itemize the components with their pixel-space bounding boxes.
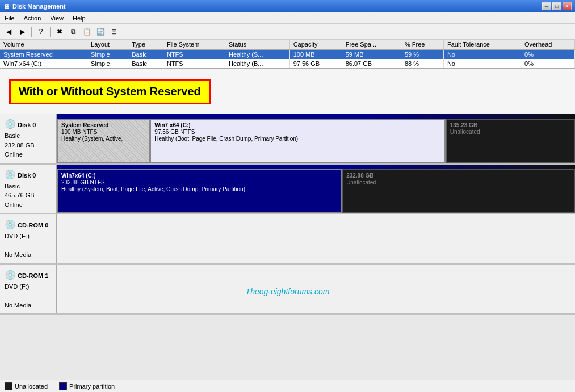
col-percentfree[interactable]: % Free — [401, 40, 443, 49]
menu-bar: File Action View Help — [0, 12, 575, 24]
delete-button[interactable]: ✖ — [53, 26, 66, 38]
cell-volume: Win7 x64 (C:) — [0, 59, 87, 68]
help-button[interactable]: ? — [35, 26, 47, 38]
partition-unallocated-1[interactable]: 232.88 GB Unallocated — [342, 169, 575, 213]
disk-row-0: 💿 Disk 0 Basic 232.88 GB Online System R… — [0, 114, 575, 165]
unallocated-color-swatch — [5, 382, 12, 390]
forward-button[interactable]: ▶ — [16, 26, 28, 38]
cell-filesystem: NTFS — [163, 59, 225, 68]
cell-freespace: 86.07 GB — [342, 59, 401, 68]
cell-status: Healthy (S... — [225, 49, 289, 59]
col-status[interactable]: Status — [225, 40, 289, 49]
cell-filesystem: NTFS — [163, 49, 225, 59]
cell-layout: Simple — [87, 49, 128, 59]
cell-capacity: 100 MB — [289, 49, 342, 59]
close-button[interactable]: ✕ — [563, 2, 572, 10]
cell-volume: System Reserved — [0, 49, 87, 59]
toolbar-separator-1 — [31, 27, 32, 37]
annotation-box: With or Without System Reserved — [9, 79, 211, 104]
disk-label-cdrom0: 💿 CD-ROM 0 DVD (E:) No Media — [0, 214, 57, 263]
title-bar-controls: ─ □ ✕ — [542, 2, 572, 10]
disk-name-cdrom0: CD-ROM 0 — [18, 222, 48, 229]
menu-help[interactable]: Help — [70, 14, 88, 22]
partition-system-reserved[interactable]: System Reserved 100 MB NTFS Healthy (Sys… — [57, 119, 150, 163]
title-bar-left: 🖥 Disk Management — [3, 3, 66, 10]
legend-unallocated: Unallocated — [5, 382, 48, 390]
disk-partitions-0: System Reserved 100 MB NTFS Healthy (Sys… — [57, 114, 575, 163]
paste-button[interactable]: 📋 — [81, 26, 93, 38]
col-capacity[interactable]: Capacity — [289, 40, 342, 49]
content-area: Volume Layout Type File System Status Ca… — [0, 40, 575, 380]
partition-win7x64[interactable]: Win7x64 (C:) 232.88 GB NTFS Healthy (Sys… — [57, 169, 342, 213]
cell-overhead: 0% — [521, 49, 575, 59]
properties-button[interactable]: ⊟ — [108, 26, 120, 38]
disk-partitions-1: Win7x64 (C:) 232.88 GB NTFS Healthy (Sys… — [57, 165, 575, 213]
title-bar: 🖥 Disk Management ─ □ ✕ — [0, 0, 575, 12]
restore-button[interactable]: □ — [552, 2, 561, 10]
table-row[interactable]: System Reserved Simple Basic NTFS Health… — [0, 49, 575, 59]
col-volume[interactable]: Volume — [0, 40, 87, 49]
table-row[interactable]: Win7 x64 (C:) Simple Basic NTFS Healthy … — [0, 59, 575, 68]
cell-type: Basic — [128, 49, 163, 59]
disk-row-cdrom0: 💿 CD-ROM 0 DVD (E:) No Media — [0, 214, 575, 265]
legend-primary-label: Primary partition — [69, 383, 115, 390]
cell-status: Healthy (B... — [225, 59, 289, 68]
cell-percentfree: 88 % — [401, 59, 443, 68]
col-layout[interactable]: Layout — [87, 40, 128, 49]
cell-faulttolerance: No — [443, 59, 521, 68]
cell-faulttolerance: No — [443, 49, 521, 59]
refresh-button[interactable]: 🔄 — [94, 26, 107, 38]
primary-color-swatch — [59, 382, 67, 390]
col-freespace[interactable]: Free Spa... — [342, 40, 401, 49]
legend-primary: Primary partition — [59, 382, 115, 390]
cell-layout: Simple — [87, 59, 128, 68]
disk-name-1: Disk 0 — [18, 172, 36, 179]
watermark: Theog-eightforums.com — [246, 287, 330, 296]
disk-label-cdrom1: 💿 CD-ROM 1 DVD (F:) No Media — [0, 265, 57, 314]
app-icon: 🖥 — [3, 3, 10, 10]
menu-view[interactable]: View — [48, 14, 66, 22]
col-type[interactable]: Type — [128, 40, 163, 49]
col-faulttolerance[interactable]: Fault Tolerance — [443, 40, 521, 49]
partition-unallocated-0[interactable]: 135.23 GB Unallocated — [446, 119, 575, 163]
toolbar-separator-2 — [50, 27, 51, 37]
disk-panels-area[interactable]: 💿 Disk 0 Basic 232.88 GB Online System R… — [0, 114, 575, 380]
status-bar: Unallocated Primary partition — [0, 380, 575, 392]
col-overhead[interactable]: Overhead — [521, 40, 575, 49]
disk-label-0: 💿 Disk 0 Basic 232.88 GB Online — [0, 114, 57, 163]
volume-table-container: Volume Layout Type File System Status Ca… — [0, 40, 575, 69]
cell-percentfree: 59 % — [401, 49, 443, 59]
menu-action[interactable]: Action — [22, 14, 44, 22]
app-title: Disk Management — [12, 3, 66, 10]
menu-file[interactable]: File — [2, 14, 17, 22]
disk-name-cdrom1: CD-ROM 1 — [18, 272, 48, 279]
cell-capacity: 97.56 GB — [289, 59, 342, 68]
col-filesystem[interactable]: File System — [163, 40, 225, 49]
toolbar: ◀ ▶ ? ✖ ⧉ 📋 🔄 ⊟ — [0, 24, 575, 40]
annotation-area: With or Without System Reserved — [0, 69, 575, 114]
volume-table: Volume Layout Type File System Status Ca… — [0, 40, 575, 68]
back-button[interactable]: ◀ — [2, 26, 15, 38]
legend-unallocated-label: Unallocated — [15, 383, 48, 390]
copy-button[interactable]: ⧉ — [67, 26, 79, 38]
partition-win7[interactable]: Win7 x64 (C:) 97.56 GB NTFS Healthy (Boo… — [150, 119, 445, 163]
disk-partitions-cdrom0 — [57, 214, 575, 263]
minimize-button[interactable]: ─ — [542, 2, 551, 10]
disk-name-0: Disk 0 — [18, 121, 36, 128]
disk-label-1: 💿 Disk 0 Basic 465.76 GB Online — [0, 165, 57, 213]
disk-row-1: 💿 Disk 0 Basic 465.76 GB Online Win7x64 … — [0, 165, 575, 215]
cell-type: Basic — [128, 59, 163, 68]
cell-overhead: 0% — [521, 59, 575, 68]
disk-row-cdrom1: 💿 CD-ROM 1 DVD (F:) No Media Theog-eight… — [0, 265, 575, 315]
cell-freespace: 59 MB — [342, 49, 401, 59]
